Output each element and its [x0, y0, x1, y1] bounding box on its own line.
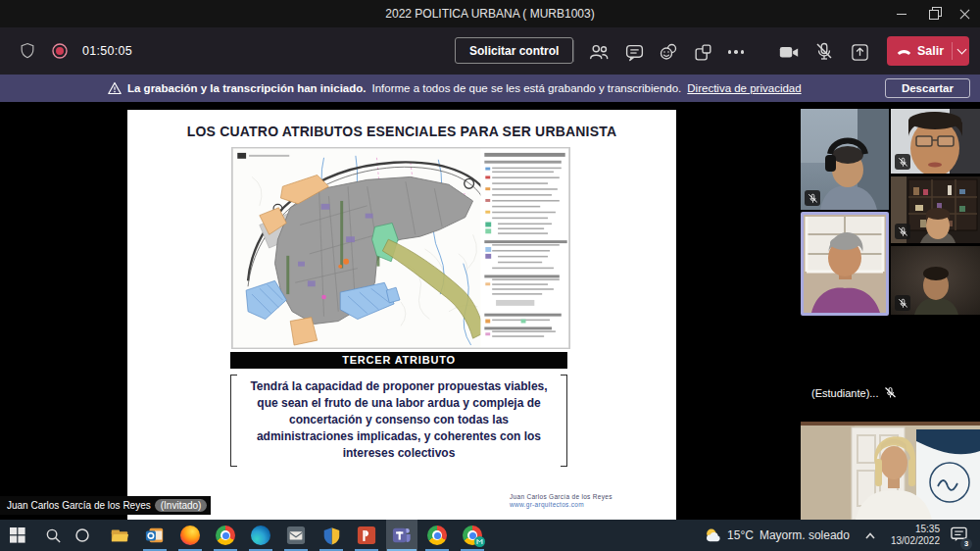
- close-button[interactable]: [949, 0, 980, 27]
- more-dots-icon: [728, 50, 745, 54]
- slide-credit-name: Juan Carlos García de los Reyes: [510, 493, 657, 501]
- reactions-button[interactable]: [658, 41, 679, 63]
- action-center-button[interactable]: 3: [950, 526, 968, 546]
- search-button[interactable]: [37, 520, 69, 551]
- cortana-button[interactable]: [67, 520, 98, 551]
- start-button[interactable]: [2, 520, 33, 551]
- recording-indicator-icon: [51, 42, 69, 60]
- teams-meeting-window: 2022 POLITICA URBANA ( MURB1003) 01:50:0…: [0, 0, 980, 551]
- people-icon: [588, 41, 610, 63]
- student-muted-icon: [884, 386, 897, 399]
- slide-credit-url: www.gr-arquitectos.com: [510, 501, 657, 509]
- weather-icon[interactable]: [704, 526, 721, 544]
- firefox-button[interactable]: [174, 520, 206, 551]
- privacy-policy-link[interactable]: Directiva de privacidad: [687, 82, 801, 94]
- restore-icon: [929, 10, 937, 18]
- presenter-role-badge: (Invitado): [155, 499, 208, 512]
- participants-button[interactable]: [588, 41, 610, 63]
- leave-options-chevron-icon[interactable]: [957, 45, 967, 55]
- participant-2-muted-icon: [895, 154, 910, 170]
- camera-icon: [778, 41, 800, 64]
- banner-message: Informe a todos de que se les está graba…: [371, 82, 681, 94]
- video-tile-active-speaker[interactable]: [801, 212, 889, 316]
- clock-time: 15:35: [891, 524, 940, 535]
- dismiss-banner-button[interactable]: Descartar: [885, 78, 970, 98]
- window-titlebar: 2022 POLITICA URBANA ( MURB1003): [0, 0, 980, 27]
- restore-button[interactable]: [917, 0, 949, 27]
- video-tile-participant-4[interactable]: [891, 246, 980, 315]
- leave-button[interactable]: Salir: [887, 36, 969, 66]
- student-label: (Estudiante)...: [811, 387, 878, 399]
- search-icon: [45, 527, 62, 544]
- breakout-rooms-icon: [693, 42, 713, 63]
- active-speaker-video: [804, 215, 886, 313]
- warning-icon: [108, 81, 122, 95]
- urban-plan-map-graphic: [232, 148, 569, 348]
- meet-button[interactable]: [457, 520, 488, 551]
- outlook-button[interactable]: [139, 520, 171, 551]
- windows-taskbar: 15°C Mayorm. soleado 15:35 13/02/2022 3: [0, 520, 980, 551]
- file-explorer-button[interactable]: [104, 520, 135, 551]
- share-button[interactable]: [849, 41, 870, 63]
- breakout-rooms-button[interactable]: [692, 41, 713, 63]
- minimize-icon: [897, 14, 906, 15]
- slide-section-header: TERCER ATRIBUTO: [230, 352, 567, 369]
- window-title: 2022 POLITICA URBANA ( MURB1003): [385, 7, 594, 21]
- shared-presentation-slide: LOS CUATRO ATRIBUTOS ESENCIALES PARA SER…: [127, 110, 676, 520]
- slide-credit: Juan Carlos García de los Reyes www.gr-a…: [510, 493, 657, 509]
- participant-1-muted-icon: [805, 190, 820, 206]
- teams-button-active[interactable]: [386, 520, 417, 551]
- meet-icon-wrap: [463, 526, 482, 545]
- defender-shield-icon: [322, 526, 341, 545]
- taskbar-clock[interactable]: 15:35 13/02/2022: [891, 524, 940, 547]
- participant-4-muted-icon: [895, 295, 910, 311]
- slide-body-block: Tendrá la capacidad de proponer propuest…: [230, 375, 567, 467]
- participant-5-video: [801, 422, 980, 520]
- camera-button[interactable]: [778, 41, 800, 63]
- video-tile-participant-3[interactable]: [891, 176, 980, 243]
- video-tile-participant-5[interactable]: [801, 422, 980, 520]
- clock-date: 13/02/2022: [891, 535, 940, 547]
- microphone-muted-button[interactable]: [813, 41, 835, 63]
- hangup-phone-icon: [896, 43, 912, 60]
- outlook-icon: [145, 526, 165, 545]
- shield-icon: [18, 41, 37, 61]
- minimize-button[interactable]: [886, 0, 917, 27]
- weather-condition[interactable]: Mayorm. soleado: [760, 528, 850, 542]
- notification-count-badge: 3: [960, 538, 972, 550]
- toolbar-divider: [573, 40, 574, 62]
- chat-button[interactable]: [623, 41, 645, 63]
- teams-icon: [392, 526, 412, 545]
- file-explorer-icon: [110, 526, 129, 545]
- video-tile-participant-2[interactable]: [891, 109, 980, 174]
- defender-button[interactable]: [316, 520, 347, 551]
- request-control-button[interactable]: Solicitar control: [455, 37, 573, 64]
- chrome-button[interactable]: [210, 520, 241, 551]
- mail-button[interactable]: [280, 520, 312, 551]
- urban-plan-map: [231, 147, 570, 349]
- presenter-name: Juan Carlos García de los Reyes: [7, 500, 151, 511]
- leave-label: Salir: [917, 44, 944, 58]
- powerpoint-button[interactable]: [351, 520, 382, 551]
- meeting-stage: LOS CUATRO ATRIBUTOS ESENCIALES PARA SER…: [0, 102, 980, 520]
- share-screen-icon: [850, 42, 870, 63]
- meeting-toolbar: 01:50:05 Solicitar control: [0, 27, 980, 75]
- slide-body-text: Tendrá la capacidad de proponer propuest…: [242, 378, 556, 462]
- map-legend: [480, 148, 568, 348]
- meeting-timer: 01:50:05: [82, 44, 132, 58]
- student-label-row: (Estudiante)...: [811, 386, 978, 399]
- chat-icon: [624, 42, 645, 63]
- more-actions-button[interactable]: [725, 41, 747, 63]
- weather-temperature[interactable]: 15°C: [727, 528, 754, 542]
- toolbar-left-group: 01:50:05: [18, 41, 132, 61]
- chrome-profile2-button[interactable]: [421, 520, 453, 551]
- left-bracket: [230, 375, 237, 467]
- banner-content: La grabación y la transcripción han inic…: [108, 75, 802, 102]
- video-tile-participant-1[interactable]: [801, 109, 889, 210]
- slide-title: LOS CUATRO ATRIBUTOS ESENCIALES PARA SER…: [127, 124, 676, 139]
- cortana-icon: [74, 527, 90, 543]
- recording-banner: La grabación y la transcripción han inic…: [0, 75, 980, 102]
- meet-badge-icon: [474, 536, 485, 547]
- edge-button[interactable]: [245, 520, 276, 551]
- hidden-icons-chevron[interactable]: [863, 530, 877, 541]
